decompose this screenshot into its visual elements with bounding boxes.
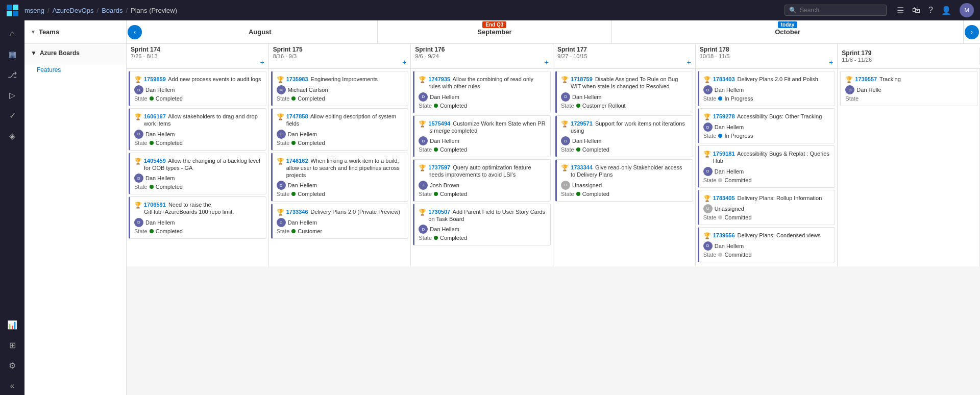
card-1735983[interactable]: 🏆 1735983 Engineering Improvements M Mic…: [271, 71, 409, 106]
sprint-174-add[interactable]: +: [260, 58, 264, 66]
user-icon[interactable]: 👤: [941, 6, 951, 15]
sidebar-icon-settings[interactable]: ⚙: [3, 356, 21, 375]
state-value-1405459: Completed: [156, 184, 183, 190]
search-box[interactable]: 🔍: [785, 5, 887, 16]
sidebar-icon-home[interactable]: ⌂: [3, 24, 21, 43]
list-icon[interactable]: ☰: [897, 6, 904, 15]
help-icon[interactable]: ?: [928, 6, 933, 15]
state-value-1733344: Completed: [582, 191, 609, 197]
state-value-1783405: Committed: [724, 214, 751, 220]
card-title-1729571: 1729571 Support for work items not itera…: [571, 120, 689, 135]
assignee-1706591: Dan Hellem: [145, 219, 175, 226]
assignee-1718759: Dan Hellem: [572, 94, 601, 100]
breadcrumb-mseng[interactable]: mseng: [24, 7, 44, 14]
trophy-icon-18: 🏆: [703, 151, 711, 158]
card-1737597[interactable]: 🏆 1737597 Query auto optimization featur…: [413, 159, 551, 202]
assignee-1759859: Dan Hellem: [145, 87, 175, 93]
trophy-icon-10: 🏆: [419, 120, 426, 128]
card-1606167[interactable]: 🏆 1606167 Allow stakeholders to drag and…: [129, 108, 266, 151]
card-1747935[interactable]: 🏆 1747935 Allow the combining of read on…: [413, 71, 551, 113]
card-1746162[interactable]: 🏆 1746162 When linking a work item to a …: [271, 153, 409, 202]
sidebar-icon-test[interactable]: ✓: [3, 106, 21, 125]
teams-panel: ▼ Teams ▼ Azure Boards Features: [24, 20, 127, 395]
sprint-cell-176: Sprint 176 9/6 - 9/24 +: [411, 44, 553, 68]
card-1759278[interactable]: 🏆 1759278 Accessibility Bugs: Other Trac…: [698, 108, 836, 143]
sprint-cell-174: Sprint 174 7/26 - 8/13 +: [127, 44, 269, 68]
month-october-label: October: [775, 28, 800, 36]
avatar-1783403: D: [703, 85, 713, 94]
state-label-1747858: State: [277, 140, 290, 146]
sidebar-icon-extensions[interactable]: ⊞: [3, 336, 21, 354]
month-august-label: August: [249, 28, 272, 36]
card-1729571[interactable]: 🏆 1729571 Support for work items not ite…: [555, 115, 693, 158]
sidebar-icon-collapse[interactable]: «: [3, 377, 21, 395]
sprint-cell-175: Sprint 175 8/16 - 9/3 +: [269, 44, 411, 68]
state-dot-1575494: [434, 147, 438, 152]
avatar-1729571: D: [561, 136, 570, 145]
prev-month-btn[interactable]: ‹: [128, 25, 142, 39]
sidebar-icon-repos[interactable]: ⎇: [3, 65, 21, 84]
trophy-icon-8: 🏆: [277, 209, 284, 216]
state-label-1737597: State: [419, 191, 432, 197]
team-item-features[interactable]: Features: [24, 62, 126, 78]
card-1783403[interactable]: 🏆 1783403 Delivery Plans 2.0 Fit and Pol…: [698, 71, 836, 106]
breadcrumb-sep2: /: [97, 7, 99, 14]
sidebar-icon-boards[interactable]: ▦: [3, 45, 21, 63]
assignee-1729571: Dan Hellem: [572, 138, 601, 144]
state-dot-1606167: [150, 141, 154, 145]
avatar-1759181: D: [703, 167, 713, 176]
card-1759859[interactable]: 🏆 1759859 Add new process events to audi…: [129, 71, 266, 106]
state-dot-1733346: [291, 229, 296, 233]
state-value-1739556: Committed: [724, 252, 751, 258]
team-group-chevron: ▼: [31, 50, 37, 57]
teams-chevron[interactable]: ▼: [31, 29, 36, 35]
sprint-178-add[interactable]: +: [829, 58, 833, 66]
breadcrumb-azuredevops[interactable]: AzureDevOps: [53, 7, 94, 14]
next-month-btn[interactable]: ›: [965, 25, 979, 39]
app-icon[interactable]: [6, 4, 18, 16]
assignee-1783405: Unassigned: [715, 206, 744, 212]
card-1783405[interactable]: 🏆 1783405 Delivery Plans: Rollup Informa…: [698, 190, 836, 225]
store-icon[interactable]: 🛍: [912, 6, 920, 15]
avatar-1706591: D: [134, 218, 143, 227]
state-label-1730507: State: [419, 235, 432, 241]
card-1759181[interactable]: 🏆 1759181 Accessibility Bugs & Replat : …: [698, 145, 836, 188]
sidebar-icon-pipelines[interactable]: ▷: [3, 86, 21, 104]
card-1739556[interactable]: 🏆 1739556 Delivery Plans: Condensed view…: [698, 227, 836, 262]
avatar-1730507: D: [419, 225, 428, 234]
breadcrumb-boards[interactable]: Boards: [102, 7, 122, 14]
search-input[interactable]: [800, 7, 871, 14]
card-1718759[interactable]: 🏆 1718759 Disable Assigned To Rule on Bu…: [555, 71, 693, 113]
team-group-azure-boards[interactable]: ▼ Azure Boards: [24, 44, 126, 62]
avatar-1575494: D: [419, 136, 428, 145]
card-1747858[interactable]: 🏆 1747858 Allow editing description of s…: [271, 108, 409, 151]
teams-header: ▼ Teams: [24, 20, 126, 44]
user-avatar[interactable]: M: [960, 3, 974, 17]
trophy-icon-11: 🏆: [419, 164, 426, 171]
sprint-176-add[interactable]: +: [545, 58, 549, 66]
card-1733344[interactable]: 🏆 1733344 Give read-only Stakeholder acc…: [555, 159, 693, 202]
sprint-175-add[interactable]: +: [402, 58, 406, 66]
card-1733346[interactable]: 🏆 1733346 Delivery Plans 2.0 (Private Pr…: [271, 204, 409, 239]
svg-rect-1: [13, 5, 18, 10]
card-1706591[interactable]: 🏆 1706591 Need to raise the GitHub+Azure…: [129, 196, 266, 239]
sprint-177-add[interactable]: +: [687, 58, 691, 66]
state-label-1759181: State: [703, 177, 717, 183]
card-1405459[interactable]: 🏆 1405459 Allow the changing of a backlo…: [129, 153, 266, 195]
card-1739557[interactable]: 🏆 1739557 Tracking D Dan Helle State: [840, 71, 977, 106]
card-title-1405459: 1405459 Allow the changing of a backlog …: [144, 157, 262, 172]
state-label-1575494: State: [419, 146, 432, 153]
sidebar-icon-artifacts[interactable]: ◈: [3, 127, 21, 145]
sidebar-icon-analytics[interactable]: 📊: [3, 315, 21, 334]
state-label-1783405: State: [703, 214, 717, 220]
assignee-1737597: Josh Brown: [430, 182, 459, 188]
nav-icons: ☰ 🛍 ? 👤 M: [897, 3, 974, 17]
state-label-1706591: State: [134, 228, 148, 234]
card-1730507[interactable]: 🏆 1730507 Add Parent Field to User Story…: [413, 204, 551, 246]
card-1575494[interactable]: 🏆 1575494 Customize Work Item State when…: [413, 115, 551, 158]
board-container[interactable]: ‹ August End Q3 September today October: [127, 20, 980, 395]
assignee-1739557: Dan Helle: [856, 87, 881, 93]
trophy-icon-3: 🏆: [134, 158, 142, 165]
state-value-1759181: Committed: [724, 177, 751, 183]
state-value-1718759: Customer Rollout: [582, 103, 626, 109]
